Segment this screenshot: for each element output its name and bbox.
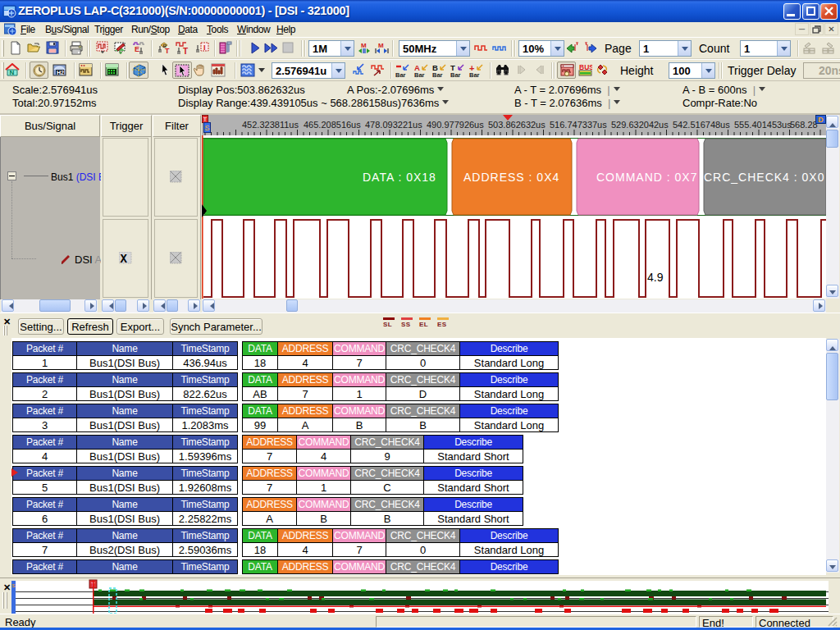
svg-text:T: T: [183, 47, 188, 55]
svg-text:ADDRESS : 0X4: ADDRESS : 0X4: [463, 171, 559, 184]
svg-text:H2: H2: [57, 70, 64, 75]
svg-text:Bar: Bar: [432, 71, 443, 79]
svg-text:E: E: [135, 45, 139, 53]
svg-text:DATA : 0X18: DATA : 0X18: [363, 171, 436, 184]
svg-text:M: M: [361, 42, 367, 49]
svg-text:Bar: Bar: [469, 71, 480, 79]
svg-text:N: N: [10, 69, 15, 76]
svg-text:CRC_CHECK4 : 0X0: CRC_CHECK4 : 0X0: [704, 171, 825, 184]
svg-text:X: X: [121, 253, 128, 265]
svg-text:I: I: [203, 43, 206, 52]
svg-text:M: M: [378, 42, 384, 49]
svg-text:s: s: [12, 582, 16, 589]
svg-text:4.9: 4.9: [647, 271, 664, 284]
svg-text:Bar: Bar: [450, 71, 461, 79]
svg-text:Bar: Bar: [414, 71, 425, 79]
svg-text:COMMAND : 0X7: COMMAND : 0X7: [596, 171, 697, 184]
svg-text:Bar: Bar: [395, 71, 406, 79]
svg-text:T: T: [165, 47, 170, 55]
